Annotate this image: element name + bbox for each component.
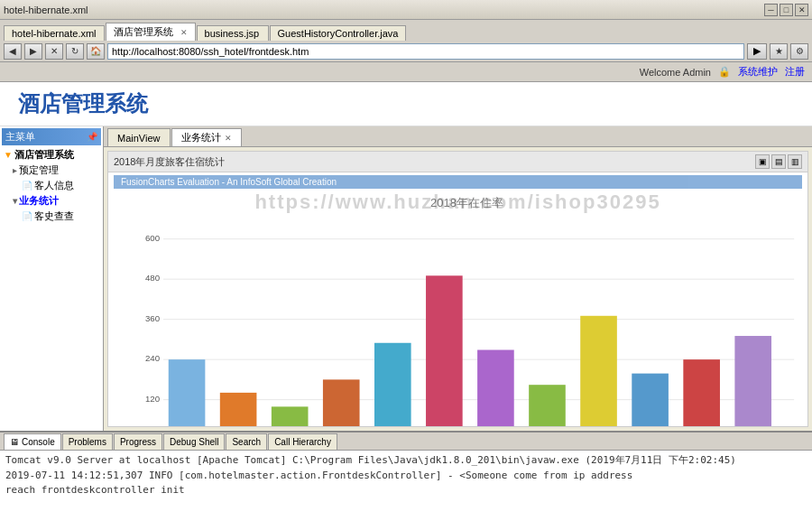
tab-close-icon[interactable]: ✕ bbox=[225, 134, 232, 143]
svg-text:120: 120 bbox=[145, 394, 160, 404]
content-tabs: MainView 业务统计 ✕ bbox=[104, 126, 812, 147]
bar-mar bbox=[272, 406, 309, 426]
tab-label: business.jsp bbox=[205, 28, 260, 39]
bar-jun bbox=[426, 275, 463, 426]
star-button[interactable]: ★ bbox=[770, 43, 788, 60]
tab-label: GuestHistoryController.java bbox=[278, 28, 399, 39]
sidebar-item-stats[interactable]: ▾ 业务统计 bbox=[2, 193, 101, 209]
svg-text:480: 480 bbox=[145, 273, 160, 283]
sidebar-item-label: 客人信息 bbox=[34, 179, 74, 192]
info-bar: Welcome Admin 🔒 系统维护 注册 bbox=[0, 62, 812, 82]
back-button[interactable]: ◀ bbox=[4, 43, 22, 60]
chart-icon-1[interactable]: ▣ bbox=[755, 154, 770, 169]
chart-icon-3[interactable]: ▥ bbox=[788, 154, 802, 169]
search-tab-label: Search bbox=[232, 437, 261, 447]
chart-title: 2018年在住率 bbox=[430, 195, 503, 211]
console-tab-console[interactable]: 🖥 Console bbox=[4, 433, 61, 450]
tab-label: hotel-hibernate.xml bbox=[12, 28, 97, 39]
console-content: Tomcat v9.0 Server at localhost [Apache … bbox=[0, 451, 812, 521]
console-tab-problems[interactable]: Problems bbox=[62, 433, 113, 450]
address-input[interactable] bbox=[107, 43, 744, 60]
bar-jul bbox=[477, 350, 514, 426]
chart-icon-2[interactable]: ▤ bbox=[771, 154, 786, 169]
tab-label: 酒店管理系统 bbox=[114, 25, 173, 39]
content-tab-stats[interactable]: 业务统计 ✕ bbox=[171, 128, 242, 146]
sidebar-item-guest-history[interactable]: 📄 客史查查 bbox=[2, 209, 101, 224]
sidebar-item-label: 预定管理 bbox=[19, 163, 59, 177]
page-title: 酒店管理系统 bbox=[18, 89, 794, 118]
console-icon: 🖥 bbox=[10, 437, 19, 447]
tab-label: MainView bbox=[117, 133, 161, 144]
browser-tabs: hotel-hibernate.xml 酒店管理系统 ✕ business.js… bbox=[0, 20, 812, 41]
svg-text:600: 600 bbox=[145, 233, 160, 243]
minimize-button[interactable]: ─ bbox=[764, 4, 778, 16]
bar-jan bbox=[169, 359, 206, 426]
stop-button[interactable]: ✕ bbox=[45, 43, 63, 60]
chart-header-icons: ▣ ▤ ▥ bbox=[755, 154, 802, 169]
chart-area: 2018年在住率 0 120 240 360 480 600 bbox=[108, 191, 807, 426]
welcome-text: Welcome Admin bbox=[640, 67, 711, 78]
bar-sep bbox=[580, 316, 617, 426]
register-link[interactable]: 注册 bbox=[785, 65, 805, 79]
right-panel: MainView 业务统计 ✕ 2018年月度旅客住宿统计 ▣ ▤ ▥ bbox=[104, 126, 812, 431]
page-header: 酒店管理系统 bbox=[0, 82, 812, 126]
content-tab-mainview[interactable]: MainView bbox=[107, 128, 171, 146]
browser-tab-guest[interactable]: GuestHistoryController.java bbox=[270, 25, 407, 41]
console-tab-progress[interactable]: Progress bbox=[114, 433, 162, 450]
bar-dec bbox=[734, 336, 771, 426]
progress-tab-label: Progress bbox=[120, 437, 156, 447]
problems-tab-label: Problems bbox=[69, 437, 106, 447]
tab-label: 业务统计 bbox=[181, 131, 221, 144]
bar-nov bbox=[683, 359, 720, 426]
bar-oct bbox=[632, 374, 669, 426]
folder-icon: ▼ bbox=[4, 150, 13, 160]
title-bar: hotel-hibernate.xml ─ □ ✕ bbox=[0, 0, 812, 20]
chart-svg: 0 120 240 360 480 600 bbox=[135, 215, 798, 426]
console-tab-hierarchy[interactable]: Call Hierarchy bbox=[268, 433, 337, 450]
tools-button[interactable]: ⚙ bbox=[790, 43, 808, 60]
close-button[interactable]: ✕ bbox=[795, 4, 808, 16]
system-maintenance-link[interactable]: 系统维护 bbox=[738, 65, 778, 79]
sidebar: 主菜单 📌 ▼ 酒店管理系统 ▸ 预定管理 📄 客人信息 ▾ 业务统计 📄 bbox=[0, 126, 104, 431]
browser-tab-hotel[interactable]: 酒店管理系统 ✕ bbox=[106, 23, 196, 41]
svg-text:360: 360 bbox=[145, 313, 160, 323]
maximize-button[interactable]: □ bbox=[780, 4, 793, 16]
chart-watermark: FusionCharts Evaluation - An InfoSoft Gl… bbox=[114, 175, 802, 189]
console-line-3: reach frontdeskcontroller init bbox=[5, 483, 807, 498]
page-icon: 📄 bbox=[22, 181, 32, 191]
tab-close-icon[interactable]: ✕ bbox=[180, 28, 188, 37]
svg-text:240: 240 bbox=[145, 353, 160, 363]
bar-may bbox=[374, 343, 411, 426]
sidebar-item-label: 酒店管理系统 bbox=[14, 148, 74, 162]
pin-icon[interactable]: 📌 bbox=[87, 132, 97, 142]
bar-feb bbox=[220, 393, 257, 426]
refresh-button[interactable]: ↻ bbox=[66, 43, 84, 60]
chart-header-title: 2018年月度旅客住宿统计 bbox=[114, 155, 225, 169]
window-controls: ─ □ ✕ bbox=[764, 4, 808, 16]
bar-apr bbox=[323, 379, 360, 426]
browser-tab-business[interactable]: business.jsp bbox=[197, 25, 269, 41]
debug-tab-label: Debug Shell bbox=[170, 437, 218, 447]
app-window: hotel-hibernate.xml ─ □ ✕ hotel-hibernat… bbox=[0, 0, 812, 521]
console-tab-search[interactable]: Search bbox=[226, 433, 267, 450]
title-text: hotel-hibernate.xml bbox=[4, 5, 764, 15]
console-tabs: 🖥 Console Problems Progress Debug Shell … bbox=[0, 433, 812, 451]
sidebar-item-reservation[interactable]: ▸ 预定管理 bbox=[2, 163, 101, 178]
browser-tab-hibernate[interactable]: hotel-hibernate.xml bbox=[4, 25, 105, 41]
bar-aug bbox=[529, 385, 566, 426]
sidebar-item-hotel[interactable]: ▼ 酒店管理系统 bbox=[2, 147, 101, 163]
console-line-2: 2019-07-11 14:12:51,307 INFO [com.hotelm… bbox=[5, 469, 807, 484]
console-tab-debug[interactable]: Debug Shell bbox=[163, 433, 225, 450]
console-tab-label: Console bbox=[22, 437, 55, 447]
forward-button[interactable]: ▶ bbox=[24, 43, 42, 60]
expand-icon: ▾ bbox=[13, 196, 17, 206]
sidebar-item-label: 业务统计 bbox=[19, 194, 59, 208]
sidebar-header-label: 主菜单 bbox=[5, 130, 35, 144]
system-icon: 🔒 bbox=[718, 66, 731, 78]
sidebar-item-guest-info[interactable]: 📄 客人信息 bbox=[2, 178, 101, 193]
expand-icon: ▸ bbox=[13, 165, 17, 175]
home-button[interactable]: 🏠 bbox=[87, 43, 105, 60]
go-button[interactable]: ▶ bbox=[747, 43, 767, 60]
console-area: 🖥 Console Problems Progress Debug Shell … bbox=[0, 431, 812, 521]
chart-container: 2018年月度旅客住宿统计 ▣ ▤ ▥ https://www.huzhan.c… bbox=[107, 151, 808, 427]
